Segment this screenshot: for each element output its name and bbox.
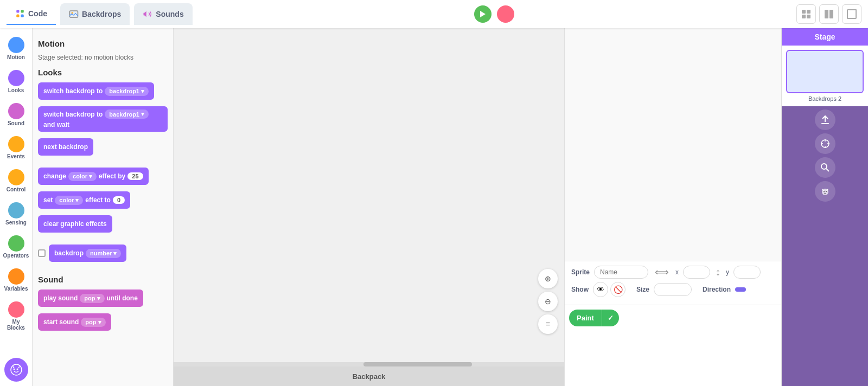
tab-code[interactable]: Code: [7, 3, 56, 25]
control-dot: [8, 169, 24, 185]
zoom-in-button[interactable]: ⊕: [538, 269, 558, 288]
block-clear-graphic-inner[interactable]: clear graphic effects: [38, 215, 112, 233]
sidebar-item-motion[interactable]: Motion: [1, 33, 31, 65]
sidebar-item-operators[interactable]: Operators: [1, 231, 31, 263]
svg-rect-2: [16, 15, 19, 17]
green-flag-button[interactable]: [474, 5, 492, 23]
block-switch-backdrop[interactable]: switch backdrop to backdrop1 ▾: [38, 82, 168, 103]
pop-start-dropdown[interactable]: pop ▾: [81, 318, 105, 327]
backdrop-label: backdrop: [54, 249, 84, 257]
block-set-effect[interactable]: set color ▾ effect to 0: [38, 191, 168, 212]
stop-button[interactable]: [497, 5, 514, 23]
events-dot: [8, 136, 24, 152]
layout-split-btn[interactable]: [819, 4, 839, 24]
clear-graphic-label: clear graphic effects: [43, 220, 107, 228]
sidebar: Motion Looks Sound Events Control Sensin…: [0, 28, 33, 386]
tab-code-label: Code: [28, 9, 47, 18]
sidebar-label-control: Control: [7, 186, 26, 192]
y-arrow-icon: ↕: [716, 267, 720, 278]
tab-sounds[interactable]: Sounds: [134, 3, 192, 25]
fit-button[interactable]: =: [538, 314, 558, 334]
color-set-dropdown[interactable]: color ▾: [55, 196, 83, 205]
sidebar-item-myblocks[interactable]: My Blocks: [1, 297, 31, 335]
stage-thumbnail[interactable]: [786, 50, 864, 93]
block-switch-backdrop-wait[interactable]: switch backdrop to backdrop1 ▾ and wait: [38, 106, 168, 135]
search-stage-icon: [820, 162, 831, 173]
block-set-effect-inner[interactable]: set color ▾ effect to 0: [38, 191, 130, 209]
block-start-sound-inner[interactable]: start sound pop ▾: [38, 313, 111, 331]
block-start-sound[interactable]: start sound pop ▾: [38, 313, 168, 334]
paint-button[interactable]: Paint: [569, 310, 602, 326]
sidebar-item-events[interactable]: Events: [1, 132, 31, 164]
zoom-out-button[interactable]: ⊖: [538, 292, 558, 311]
svg-rect-11: [829, 10, 833, 18]
show-hidden-btn[interactable]: 🚫: [610, 282, 626, 297]
sidebar-item-variables[interactable]: Variables: [1, 264, 31, 296]
sidebar-item-looks[interactable]: Looks: [1, 66, 31, 98]
canvas-scrollbar[interactable]: [174, 362, 564, 366]
crosshair-btn[interactable]: [815, 133, 835, 154]
canvas-main[interactable]: ⊕ ⊖ =: [174, 28, 564, 366]
svg-rect-12: [847, 10, 856, 18]
show-visible-btn[interactable]: 👁: [593, 282, 608, 297]
color-dropdown[interactable]: color ▾: [68, 172, 97, 181]
sidebar-label-variables: Variables: [4, 286, 28, 292]
backdrop1-pill[interactable]: backdrop1 ▾: [105, 87, 149, 96]
backpack-bar[interactable]: Backpack: [174, 366, 564, 386]
add-sprite-icon: [10, 363, 23, 376]
y-label: y: [726, 268, 729, 276]
sprite-label: Sprite: [571, 268, 590, 276]
block-backdrop-number[interactable]: backdrop number ▾: [49, 245, 126, 262]
effect-val-0[interactable]: 0: [113, 196, 125, 204]
effect-val-25[interactable]: 25: [127, 172, 143, 180]
svg-rect-10: [825, 10, 828, 18]
motion-section-title: Motion: [38, 39, 168, 48]
block-switch-backdrop-wait-inner[interactable]: switch backdrop to backdrop1 ▾ and wait: [38, 106, 168, 132]
sounds-icon: [143, 9, 152, 19]
paint-row: Paint ✓: [565, 305, 781, 331]
stage-preview: [565, 28, 781, 261]
sprite-name-input[interactable]: [594, 266, 648, 279]
cat-btn[interactable]: [815, 181, 835, 202]
svg-point-19: [821, 164, 827, 169]
layout-full-icon: [846, 9, 857, 20]
myblocks-dot: [8, 301, 24, 318]
block-clear-graphic[interactable]: clear graphic effects: [38, 215, 168, 236]
tab-backdrops[interactable]: Backdrops: [60, 3, 130, 25]
direction-input[interactable]: [735, 287, 746, 292]
y-input[interactable]: [733, 266, 761, 279]
add-sprite-button[interactable]: [4, 358, 28, 382]
side-actions: [782, 106, 868, 386]
svg-point-24: [11, 364, 22, 375]
layout-full-btn[interactable]: [842, 4, 861, 24]
canvas-scrollbar-thumb[interactable]: [363, 362, 472, 366]
canvas-area: ⊕ ⊖ = Backpack: [174, 28, 564, 386]
number-dropdown[interactable]: number ▾: [86, 249, 121, 258]
layout-small-btn[interactable]: [796, 4, 816, 24]
block-switch-backdrop-inner[interactable]: switch backdrop to backdrop1 ▾: [38, 82, 154, 100]
block-next-backdrop[interactable]: next backdrop: [38, 138, 168, 159]
x-input[interactable]: [683, 266, 710, 279]
sidebar-item-sensing[interactable]: Sensing: [1, 198, 31, 230]
pop-dropdown[interactable]: pop ▾: [80, 294, 104, 303]
block-change-effect[interactable]: change color ▾ effect by 25: [38, 168, 168, 188]
block-change-effect-inner[interactable]: change color ▾ effect by 25: [38, 168, 149, 185]
paint-edit-button[interactable]: ✓: [602, 310, 619, 326]
top-bar-controls: [474, 5, 514, 23]
sidebar-item-sound[interactable]: Sound: [1, 99, 31, 131]
block-play-sound-inner[interactable]: play sound pop ▾ until done: [38, 290, 143, 307]
size-input[interactable]: [654, 283, 692, 296]
block-backdrop-number-row[interactable]: backdrop number ▾: [38, 245, 168, 262]
backdrop-number-checkbox[interactable]: [38, 249, 46, 257]
backdrop1-wait-pill[interactable]: backdrop1 ▾: [105, 110, 149, 119]
block-next-backdrop-inner[interactable]: next backdrop: [38, 138, 93, 156]
stage-thumbnail-area: Backdrops 2: [782, 46, 868, 106]
sidebar-label-sound: Sound: [8, 120, 24, 126]
sidebar-label-looks: Looks: [8, 87, 24, 93]
search-stage-btn[interactable]: [815, 157, 835, 178]
switch-backdrop-label: switch backdrop to: [43, 87, 103, 95]
upload-btn[interactable]: [815, 110, 835, 130]
effect-to-label: effect to: [85, 196, 111, 204]
block-play-sound[interactable]: play sound pop ▾ until done: [38, 290, 168, 310]
sidebar-item-control[interactable]: Control: [1, 165, 31, 197]
